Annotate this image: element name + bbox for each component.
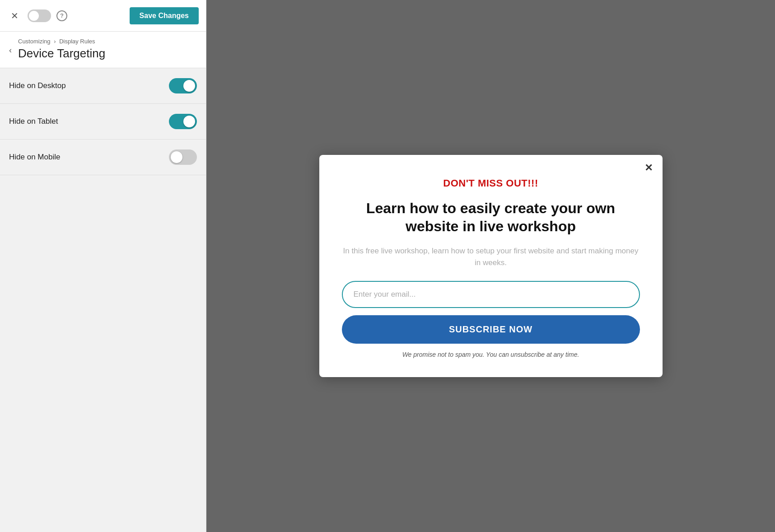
breadcrumb-current: Display Rules <box>59 38 95 45</box>
hide-mobile-toggle[interactable] <box>169 149 197 165</box>
preview-toggle[interactable] <box>28 9 51 22</box>
left-panel: ✕ ? Save Changes ‹ Customizing › Display… <box>0 0 206 532</box>
hide-mobile-label: Hide on Mobile <box>9 153 60 162</box>
close-button[interactable]: ✕ <box>7 9 22 22</box>
back-arrow-icon[interactable]: ‹ <box>9 46 12 54</box>
hide-desktop-toggle[interactable] <box>169 78 197 93</box>
help-button[interactable]: ? <box>56 10 67 21</box>
breadcrumb-separator: › <box>54 38 56 45</box>
top-bar: ✕ ? Save Changes <box>0 0 206 32</box>
hide-tablet-slider <box>169 114 197 129</box>
toggle-row-hide-desktop: Hide on Desktop <box>0 68 206 104</box>
email-input[interactable] <box>342 281 640 308</box>
section-header: ‹ Customizing › Display Rules Device Tar… <box>0 32 206 68</box>
toggle-row-hide-mobile: Hide on Mobile <box>0 140 206 175</box>
hide-tablet-toggle[interactable] <box>169 114 197 129</box>
breadcrumb-parent: Customizing <box>18 38 51 45</box>
popup-promo-text: DON'T MISS OUT!!! <box>342 177 640 189</box>
hide-tablet-label: Hide on Tablet <box>9 117 58 126</box>
breadcrumb: Customizing › Display Rules <box>18 38 105 45</box>
toggle-row-hide-tablet: Hide on Tablet <box>0 104 206 140</box>
popup-close-button[interactable]: ✕ <box>644 163 653 173</box>
popup-disclaimer: We promise not to spam you. You can unsu… <box>342 351 640 358</box>
page-title: Device Targeting <box>18 47 105 61</box>
save-changes-button[interactable]: Save Changes <box>130 7 199 24</box>
popup-subtext: In this free live workshop, learn how to… <box>342 245 640 268</box>
hide-desktop-slider <box>169 78 197 93</box>
subscribe-button[interactable]: SUBSCRIBE NOW <box>342 315 640 344</box>
hide-desktop-label: Hide on Desktop <box>9 81 66 90</box>
popup-headline: Learn how to easily create your own webs… <box>342 199 640 235</box>
toggle-rows: Hide on Desktop Hide on Tablet Hide on M… <box>0 68 206 532</box>
popup-modal: ✕ DON'T MISS OUT!!! Learn how to easily … <box>319 155 663 377</box>
right-panel: ✕ DON'T MISS OUT!!! Learn how to easily … <box>206 0 775 532</box>
hide-mobile-slider <box>169 149 197 165</box>
